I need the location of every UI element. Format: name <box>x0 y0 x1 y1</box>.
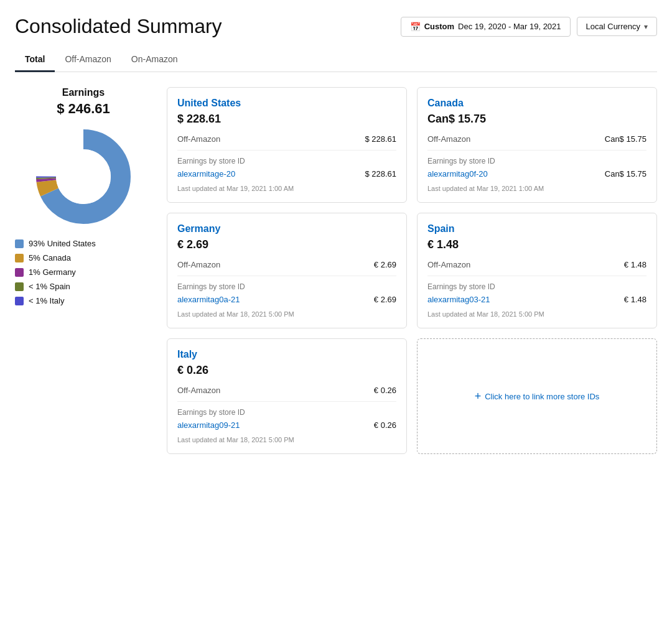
country-total-it: € 0.26 <box>177 364 396 377</box>
currency-button[interactable]: Local Currency ▾ <box>577 17 657 36</box>
right-panel: United States $ 228.61 Off-Amazon $ 228.… <box>167 87 657 454</box>
store-row-ca: alexarmitag0f-20 Can$ 15.75 <box>427 169 646 179</box>
legend-label-us: 93% United States <box>29 239 96 248</box>
off-amazon-row-it: Off-Amazon € 0.26 <box>177 386 396 395</box>
off-amazon-row-de: Off-Amazon € 2.69 <box>177 260 396 269</box>
custom-label: Custom <box>424 22 454 31</box>
plus-icon: + <box>475 390 482 403</box>
store-id-label-it: Earnings by store ID <box>177 408 396 417</box>
off-amazon-label-ca: Off-Amazon <box>427 134 470 144</box>
header-row: Consolidated Summary 📅 Custom Dec 19, 20… <box>15 15 657 38</box>
store-amount-us: $ 228.61 <box>365 169 396 179</box>
off-amazon-row-ca: Off-Amazon Can$ 15.75 <box>427 134 646 144</box>
country-name-it: Italy <box>177 349 396 360</box>
off-amazon-label-it: Off-Amazon <box>177 386 220 395</box>
off-amazon-row-es: Off-Amazon € 1.48 <box>427 260 646 269</box>
legend-item: < 1% Italy <box>15 296 152 305</box>
store-amount-es: € 1.48 <box>624 295 646 304</box>
off-amazon-amount-it: € 0.26 <box>374 386 396 395</box>
tab-on-amazon[interactable]: On-Amazon <box>121 48 188 72</box>
country-name-es: Spain <box>427 223 646 234</box>
legend-item: 5% Canada <box>15 253 152 262</box>
store-link-it[interactable]: alexarmitag09-21 <box>177 420 240 430</box>
country-name-ca: Canada <box>427 98 646 109</box>
off-amazon-row-us: Off-Amazon $ 228.61 <box>177 134 396 144</box>
legend-swatch-es <box>15 282 24 291</box>
chevron-down-icon: ▾ <box>644 22 648 31</box>
calendar-icon: 📅 <box>410 22 421 32</box>
country-card-ca: Canada Can$ 15.75 Off-Amazon Can$ 15.75 … <box>417 87 657 203</box>
country-total-de: € 2.69 <box>177 238 396 251</box>
country-card-us: United States $ 228.61 Off-Amazon $ 228.… <box>167 87 407 203</box>
last-updated-es: Last updated at Mar 18, 2021 5:00 PM <box>427 310 646 318</box>
store-id-label-ca: Earnings by store ID <box>427 157 646 165</box>
store-row-de: alexarmitag0a-21 € 2.69 <box>177 295 396 304</box>
off-amazon-label-es: Off-Amazon <box>427 260 470 269</box>
off-amazon-amount-us: $ 228.61 <box>365 134 396 144</box>
off-amazon-amount-de: € 2.69 <box>374 260 396 269</box>
legend-swatch-us <box>15 239 24 248</box>
off-amazon-label-de: Off-Amazon <box>177 260 220 269</box>
country-card-it: Italy € 0.26 Off-Amazon € 0.26 Earnings … <box>167 338 407 454</box>
page-wrapper: Consolidated Summary 📅 Custom Dec 19, 20… <box>0 0 672 622</box>
off-amazon-amount-ca: Can$ 15.75 <box>605 134 646 144</box>
last-updated-us: Last updated at Mar 19, 2021 1:00 AM <box>177 185 396 192</box>
store-id-label-es: Earnings by store ID <box>427 282 646 291</box>
last-updated-de: Last updated at Mar 18, 2021 5:00 PM <box>177 310 396 318</box>
off-amazon-label-us: Off-Amazon <box>177 134 220 144</box>
legend-label-it: < 1% Italy <box>29 296 64 305</box>
legend-swatch-ca <box>15 254 24 262</box>
legend-item: 93% United States <box>15 239 152 248</box>
tab-total[interactable]: Total <box>15 48 55 72</box>
store-id-label-de: Earnings by store ID <box>177 282 396 291</box>
store-amount-ca: Can$ 15.75 <box>605 169 646 179</box>
store-link-us[interactable]: alexarmitage-20 <box>177 169 235 179</box>
store-link-ca[interactable]: alexarmitag0f-20 <box>427 169 488 179</box>
country-card-es: Spain € 1.48 Off-Amazon € 1.48 Earnings … <box>417 213 657 328</box>
left-panel: Earnings $ 246.61 93% Un <box>15 87 152 454</box>
date-range-text: Dec 19, 2020 - Mar 19, 2021 <box>458 22 561 31</box>
store-row-it: alexarmitag09-21 € 0.26 <box>177 420 396 430</box>
svg-point-5 <box>56 149 111 204</box>
store-link-de[interactable]: alexarmitag0a-21 <box>177 295 240 304</box>
last-updated-ca: Last updated at Mar 19, 2021 1:00 AM <box>427 185 646 192</box>
store-id-label-us: Earnings by store ID <box>177 157 396 165</box>
country-name-us: United States <box>177 98 396 109</box>
country-total-us: $ 228.61 <box>177 113 396 126</box>
store-row-us: alexarmitage-20 $ 228.61 <box>177 169 396 179</box>
country-card-de: Germany € 2.69 Off-Amazon € 2.69 Earning… <box>167 213 407 328</box>
store-amount-de: € 2.69 <box>374 295 396 304</box>
tab-off-amazon[interactable]: Off-Amazon <box>55 48 121 72</box>
legend-item: 1% Germany <box>15 267 152 277</box>
legend-swatch-de <box>15 268 24 277</box>
country-name-de: Germany <box>177 223 396 234</box>
legend-label-ca: 5% Canada <box>29 253 71 262</box>
store-amount-it: € 0.26 <box>374 420 396 430</box>
page-title: Consolidated Summary <box>15 15 222 38</box>
store-row-es: alexarmitag03-21 € 1.48 <box>427 295 646 304</box>
legend-item: < 1% Spain <box>15 282 152 291</box>
store-link-es[interactable]: alexarmitag03-21 <box>427 295 490 304</box>
donut-chart <box>34 127 133 226</box>
earnings-total: $ 246.61 <box>15 101 152 117</box>
legend-label-es: < 1% Spain <box>29 282 70 291</box>
currency-label: Local Currency <box>586 22 640 31</box>
date-range-button[interactable]: 📅 Custom Dec 19, 2020 - Mar 19, 2021 <box>401 17 571 37</box>
main-content: Earnings $ 246.61 93% Un <box>15 87 657 454</box>
tabs-bar: Total Off-Amazon On-Amazon <box>15 48 657 72</box>
off-amazon-amount-es: € 1.48 <box>624 260 646 269</box>
legend-swatch-it <box>15 297 24 305</box>
earnings-title: Earnings <box>15 87 152 98</box>
legend-label-de: 1% Germany <box>29 267 76 277</box>
country-total-ca: Can$ 15.75 <box>427 113 646 126</box>
link-more-label: Click here to link more store IDs <box>485 392 599 401</box>
link-more-card[interactable]: + Click here to link more store IDs <box>417 338 657 454</box>
last-updated-it: Last updated at Mar 18, 2021 5:00 PM <box>177 436 396 443</box>
donut-chart-container <box>15 127 152 226</box>
header-controls: 📅 Custom Dec 19, 2020 - Mar 19, 2021 Loc… <box>401 17 657 37</box>
country-total-es: € 1.48 <box>427 238 646 251</box>
legend: 93% United States 5% Canada 1% Germany <… <box>15 239 152 305</box>
